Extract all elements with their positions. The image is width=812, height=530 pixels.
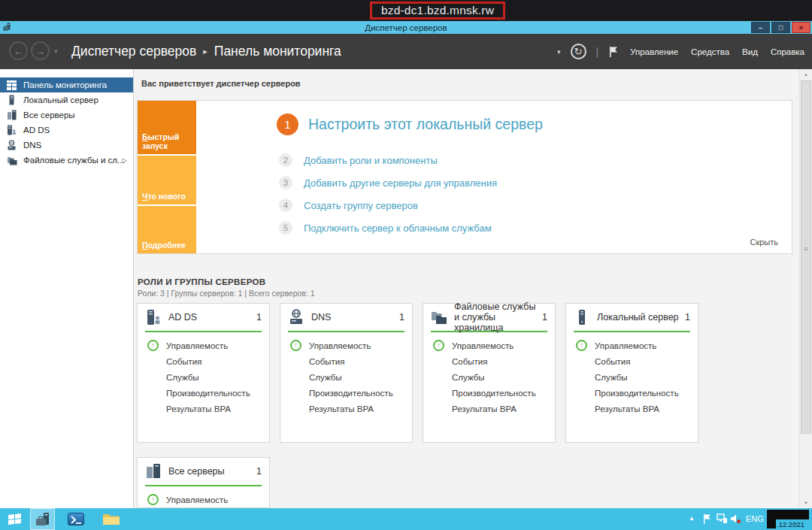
quickstart-step-2: 2 Добавить роли и компоненты <box>279 153 438 167</box>
card-item-manageability[interactable]: ↑ Управляемость <box>566 338 698 353</box>
window-titlebar: Диспетчер серверов – □ × <box>0 21 812 34</box>
status-ok-icon: ↑ <box>147 340 159 351</box>
status-ok-icon: ↑ <box>433 340 444 351</box>
close-button[interactable]: × <box>792 22 810 33</box>
notifications-flag-icon[interactable] <box>608 46 619 58</box>
breadcrumb-current: Панель мониторинга <box>214 44 341 59</box>
card-item-bpa[interactable]: Результаты BPA <box>280 401 412 416</box>
sidebar-item-file-services[interactable]: Файловые службы и сл... ▷ <box>0 153 133 168</box>
tab-learn-more[interactable]: Подробнее <box>138 206 196 253</box>
hide-link[interactable]: Скрыть <box>750 238 778 247</box>
sidebar-item-all-servers[interactable]: Все серверы <box>0 108 133 123</box>
add-roles-link[interactable]: Добавить роли и компоненты <box>304 155 438 166</box>
start-button[interactable] <box>0 508 29 530</box>
role-card-dns: DNS 1 ↑ Управляемость События Службы Про… <box>280 303 413 443</box>
action-center-flag-icon[interactable] <box>702 513 712 525</box>
card-count: 1 <box>685 312 690 323</box>
card-item-performance[interactable]: Производительность <box>138 385 269 401</box>
menu-view[interactable]: Вид <box>741 47 759 56</box>
scroll-up-icon[interactable]: ▲ <box>800 72 812 77</box>
card-item-performance[interactable]: Производительность <box>280 385 412 401</box>
card-item-services[interactable]: Службы <box>423 369 555 385</box>
refresh-icon[interactable]: ↻ <box>571 44 586 59</box>
add-servers-link[interactable]: Добавить другие серверы для управления <box>304 177 497 189</box>
card-count: 1 <box>256 466 262 477</box>
sidebar-item-ad-ds[interactable]: AD DS <box>0 123 133 138</box>
scroll-down-icon[interactable]: ▼ <box>800 501 812 505</box>
tab-whats-new[interactable]: Что нового <box>138 156 196 204</box>
card-item-events[interactable]: События <box>280 353 412 369</box>
menu-tools[interactable]: Средства <box>689 47 731 56</box>
status-ok-icon: ↑ <box>147 494 159 505</box>
quickstart-step-1: 1 Настроить этот локальный сервер <box>277 114 543 135</box>
card-rows: ↑ Управляемость События Службы Производи… <box>280 332 412 416</box>
card-item-services[interactable]: Службы <box>280 369 412 385</box>
minimize-button[interactable]: – <box>751 22 770 33</box>
tray-expand-icon[interactable]: ▲ <box>689 515 695 522</box>
card-item-bpa[interactable]: Результаты BPA <box>566 401 698 416</box>
card-title[interactable]: DNS <box>311 312 331 323</box>
scrollbar-thumb[interactable]: ≡ <box>801 80 811 434</box>
tab-quick-start[interactable]: Быстрый запуск <box>138 101 196 154</box>
taskbar-explorer-button[interactable] <box>99 508 123 530</box>
card-item-events[interactable]: События <box>423 353 555 369</box>
sidebar-item-local-server[interactable]: Локальный сервер <box>0 92 133 108</box>
file-services-icon <box>431 309 447 326</box>
sidebar-item-dns[interactable]: DNS <box>0 138 133 153</box>
ad-ds-icon <box>7 125 17 135</box>
forward-icon[interactable]: → <box>31 41 50 60</box>
connect-cloud-link[interactable]: Подключить сервер к облачным службам <box>304 223 492 234</box>
card-item-bpa[interactable]: Результаты BPA <box>138 401 269 416</box>
card-title[interactable]: Локальный сервер <box>597 312 679 323</box>
card-title[interactable]: Файловые службы и службы хранилища <box>454 301 537 333</box>
card-header: Файловые службы и службы хранилища 1 <box>423 304 555 331</box>
expand-arrow-icon[interactable]: ▷ <box>123 157 127 164</box>
maximize-button[interactable]: □ <box>771 22 790 33</box>
card-title[interactable]: Все серверы <box>168 466 225 477</box>
volume-icon[interactable] <box>730 513 741 524</box>
taskbar-clock-date[interactable]: .12.2021 <box>777 520 804 528</box>
menu-manage[interactable]: Управление <box>629 47 680 56</box>
hostname-highlight-box: bzd-dc1.bzd.mnsk.rw <box>370 2 505 20</box>
card-title[interactable]: AD DS <box>168 312 197 323</box>
card-item-manageability[interactable]: ↑ Управляемость <box>138 338 269 353</box>
taskbar-server-manager-button[interactable] <box>30 508 55 530</box>
configure-local-server-link[interactable]: Настроить этот локальный сервер <box>308 116 543 133</box>
card-item-events[interactable]: События <box>566 353 698 369</box>
breadcrumb-root[interactable]: Диспетчер серверов <box>71 44 196 59</box>
language-indicator[interactable]: ENG <box>746 514 764 523</box>
refresh-caret-icon[interactable]: ▾ <box>557 48 561 56</box>
back-icon[interactable]: ← <box>9 41 28 60</box>
history-buttons: ← → ▾ <box>9 41 58 60</box>
remote-host-bar: bzd-dc1.bzd.mnsk.rw <box>0 0 812 21</box>
card-item-performance[interactable]: Производительность <box>423 385 555 401</box>
vertical-scrollbar[interactable]: ▲ ≡ ▼ <box>799 69 812 508</box>
create-server-group-link[interactable]: Создать группу серверов <box>304 200 418 211</box>
quickstart-step-4: 4 Создать группу серверов <box>279 198 418 212</box>
clock-redaction-box <box>767 519 776 528</box>
card-count: 1 <box>399 312 404 323</box>
sidebar-item-dashboard[interactable]: Панель мониторинга <box>0 77 133 92</box>
card-item-manageability[interactable]: ↑ Управляемость <box>138 492 269 507</box>
card-item-manageability[interactable]: ↑ Управляемость <box>280 338 412 353</box>
quickstart-tabs: Быстрый запуск Что нового Подробнее <box>138 101 196 253</box>
taskbar-powershell-button[interactable] <box>65 508 87 530</box>
local-server-icon <box>574 309 590 326</box>
card-item-services[interactable]: Службы <box>566 369 698 385</box>
role-card-file-services: Файловые службы и службы хранилища 1 ↑ У… <box>423 303 556 443</box>
card-item-manageability[interactable]: ↑ Управляемость <box>423 338 555 353</box>
windows-logo-icon <box>8 513 21 525</box>
navbar: ← → ▾ Диспетчер серверов ▸ Панель монито… <box>0 34 812 69</box>
network-icon[interactable] <box>717 513 728 524</box>
quickstart-step-5: 5 Подключить сервер к облачным службам <box>279 221 492 235</box>
card-item-bpa[interactable]: Результаты BPA <box>423 401 555 416</box>
card-item-events[interactable]: События <box>138 353 269 369</box>
scrollbar-grip-icon: ≡ <box>801 245 810 253</box>
hostname-text: bzd-dc1.bzd.mnsk.rw <box>381 4 494 17</box>
menu-help[interactable]: Справка <box>769 47 806 56</box>
card-header: AD DS 1 <box>138 304 269 331</box>
breadcrumb-separator-icon: ▸ <box>203 47 208 56</box>
card-item-services[interactable]: Службы <box>138 369 269 385</box>
history-caret-icon[interactable]: ▾ <box>54 47 58 55</box>
card-item-performance[interactable]: Производительность <box>566 385 698 401</box>
